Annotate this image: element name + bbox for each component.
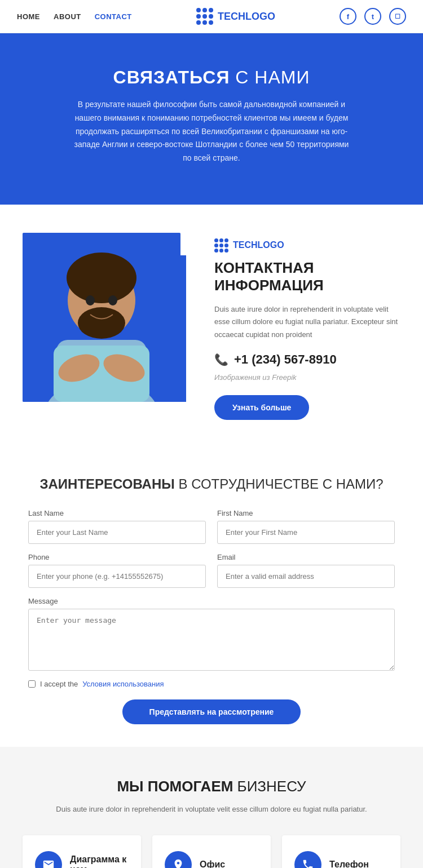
social-icons: f t ☐	[340, 8, 406, 25]
name-row: Last Name First Name	[28, 509, 395, 544]
form-heading: ЗАИНТЕРЕСОВАНЫ В СОТРУДНИЧЕСТВЕ С НАМИ?	[28, 476, 395, 492]
terms-link[interactable]: Условия использования	[82, 680, 164, 688]
facebook-icon[interactable]: f	[340, 8, 356, 25]
email-group: Email	[217, 553, 395, 588]
card-email-header: Диаграмма к нам	[35, 851, 129, 868]
instagram-icon[interactable]: ☐	[389, 8, 406, 25]
logo-dots-icon	[196, 8, 213, 25]
card-office-title: Офис	[200, 860, 225, 868]
phone-input[interactable]	[28, 565, 206, 588]
svg-point-5	[78, 307, 125, 339]
hero-title: СВЯЗАТЬСЯ С НАМИ	[113, 67, 310, 88]
phone-number: +1 (234) 567-8910	[234, 352, 337, 367]
contact-logo-dots-icon	[214, 238, 228, 253]
location-icon	[165, 851, 192, 868]
navbar: HOME ABOUT CONTACT TECHLOGO f t ☐	[0, 0, 423, 33]
contact-logo: TECHLOGO	[214, 238, 400, 253]
terms-row: I accept the Условия использования	[28, 680, 395, 688]
nav-links: HOME ABOUT CONTACT	[17, 12, 132, 21]
submit-button[interactable]: Представлять на рассмотрение	[122, 699, 301, 724]
phone-icon: 📞	[214, 353, 228, 366]
person-svg	[23, 233, 180, 402]
nav-home[interactable]: HOME	[17, 12, 40, 21]
phone-label: Phone	[28, 553, 206, 561]
hero-description: В результате нашей философии быть самой …	[70, 98, 352, 165]
card-phone-title: Телефон	[329, 860, 369, 868]
submit-row: Представлять на рассмотрение	[28, 699, 395, 724]
contact-info-section: TECHLOGO КОНТАКТНАЯ ИНФОРМАЦИЯ Duis aute…	[0, 205, 423, 448]
email-svg-icon	[42, 858, 55, 868]
help-heading: МЫ ПОМОГАЕМ БИЗНЕСУ	[23, 778, 400, 795]
freepik-text: Изображения из Freepik	[214, 371, 400, 384]
nav-about[interactable]: ABOUT	[54, 12, 81, 21]
help-section: МЫ ПОМОГАЕМ БИЗНЕСУ Duis aute irure dolo…	[0, 747, 423, 868]
contact-body: Duis aute irure dolor in reprehenderit i…	[214, 303, 400, 340]
card-phone-header: Телефон	[294, 851, 388, 868]
logo-text: TECHLOGO	[218, 11, 275, 23]
learn-more-button[interactable]: Узнать больше	[214, 395, 309, 420]
hero-section: СВЯЗАТЬСЯ С НАМИ В результате нашей фило…	[0, 33, 423, 205]
twitter-icon[interactable]: t	[364, 8, 381, 25]
svg-point-4	[67, 253, 136, 303]
first-name-label: First Name	[217, 509, 395, 517]
contact-logo-text: TECHLOGO	[233, 240, 284, 250]
cards-row: Диаграмма к нам Наша дружная команда гот…	[23, 835, 400, 868]
card-office-header: Офис	[165, 851, 258, 868]
person-image-wrap	[23, 233, 192, 402]
phone-group: Phone	[28, 553, 206, 588]
call-svg-icon	[302, 858, 314, 868]
person-image	[23, 233, 180, 402]
form-section: ЗАИНТЕРЕСОВАНЫ В СОТРУДНИЧЕСТВЕ С НАМИ? …	[0, 448, 423, 747]
contact-details: TECHLOGO КОНТАКТНАЯ ИНФОРМАЦИЯ Duis aute…	[214, 233, 400, 420]
location-svg-icon	[172, 858, 184, 868]
last-name-label: Last Name	[28, 509, 206, 517]
logo: TECHLOGO	[196, 8, 275, 25]
email-input[interactable]	[217, 565, 395, 588]
email-label: Email	[217, 553, 395, 561]
contact-row: Phone Email	[28, 553, 395, 588]
last-name-group: Last Name	[28, 509, 206, 544]
phone-line: 📞 +1 (234) 567-8910	[214, 352, 400, 367]
email-icon	[35, 851, 62, 868]
message-input[interactable]	[28, 609, 395, 671]
message-group: Message	[28, 597, 395, 671]
svg-point-10	[108, 295, 117, 305]
card-office: Офис Приходите поздороваться в штаб-квар…	[152, 835, 271, 868]
card-phone: Телефон пн-пт с 8:00 до 5:00 +1(555) 000…	[282, 835, 400, 868]
terms-text: I accept the	[40, 680, 78, 688]
card-email: Диаграмма к нам Наша дружная команда гот…	[23, 835, 141, 868]
call-icon	[294, 851, 321, 868]
contact-heading: КОНТАКТНАЯ ИНФОРМАЦИЯ	[214, 259, 400, 294]
help-description: Duis aute irure dolor in reprehenderit i…	[23, 803, 400, 816]
svg-point-9	[86, 295, 95, 305]
card-email-title: Диаграмма к нам	[70, 854, 129, 868]
terms-checkbox[interactable]	[28, 680, 36, 688]
nav-contact[interactable]: CONTACT	[95, 12, 132, 21]
first-name-group: First Name	[217, 509, 395, 544]
first-name-input[interactable]	[217, 521, 395, 544]
last-name-input[interactable]	[28, 521, 206, 544]
message-label: Message	[28, 597, 395, 605]
